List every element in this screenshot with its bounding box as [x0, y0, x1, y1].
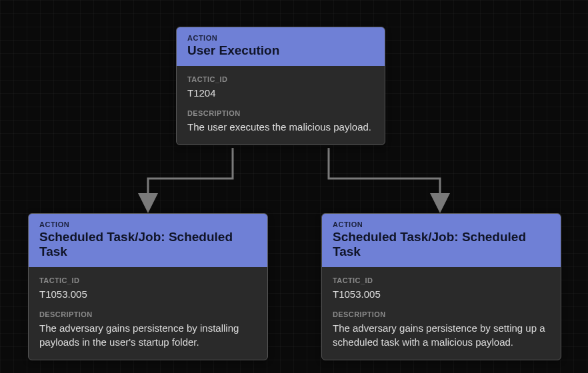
node-header: ACTION Scheduled Task/Job: Scheduled Tas… [29, 214, 267, 267]
tactic-id-value: T1204 [187, 86, 374, 100]
description-label: DESCRIPTION [333, 310, 550, 318]
node-title: Scheduled Task/Job: Scheduled Task [39, 230, 257, 259]
node-header: ACTION Scheduled Task/Job: Scheduled Tas… [322, 214, 561, 267]
node-header: ACTION User Execution [177, 27, 385, 66]
node-scheduled-task-left[interactable]: ACTION Scheduled Task/Job: Scheduled Tas… [28, 213, 268, 360]
node-title: Scheduled Task/Job: Scheduled Task [333, 230, 550, 259]
tactic-id-label: TACTIC_ID [187, 75, 374, 83]
node-title: User Execution [187, 43, 374, 58]
action-kicker: ACTION [333, 220, 550, 228]
description-value: The user executes the malicious payload. [187, 120, 374, 134]
action-kicker: ACTION [39, 220, 257, 228]
tactic-id-label: TACTIC_ID [39, 276, 257, 284]
tactic-id-value: T1053.005 [39, 287, 257, 301]
description-label: DESCRIPTION [187, 109, 374, 117]
node-body: TACTIC_ID T1053.005 DESCRIPTION The adve… [322, 267, 561, 360]
description-value: The adversary gains persistence by setti… [333, 321, 550, 349]
description-value: The adversary gains persistence by insta… [39, 321, 257, 349]
node-scheduled-task-right[interactable]: ACTION Scheduled Task/Job: Scheduled Tas… [321, 213, 561, 360]
node-body: TACTIC_ID T1053.005 DESCRIPTION The adve… [29, 267, 267, 360]
node-user-execution[interactable]: ACTION User Execution TACTIC_ID T1204 DE… [176, 27, 385, 145]
node-body: TACTIC_ID T1204 DESCRIPTION The user exe… [177, 66, 385, 145]
tactic-id-label: TACTIC_ID [333, 276, 550, 284]
description-label: DESCRIPTION [39, 310, 257, 318]
tactic-id-value: T1053.005 [333, 287, 550, 301]
action-kicker: ACTION [187, 34, 374, 42]
